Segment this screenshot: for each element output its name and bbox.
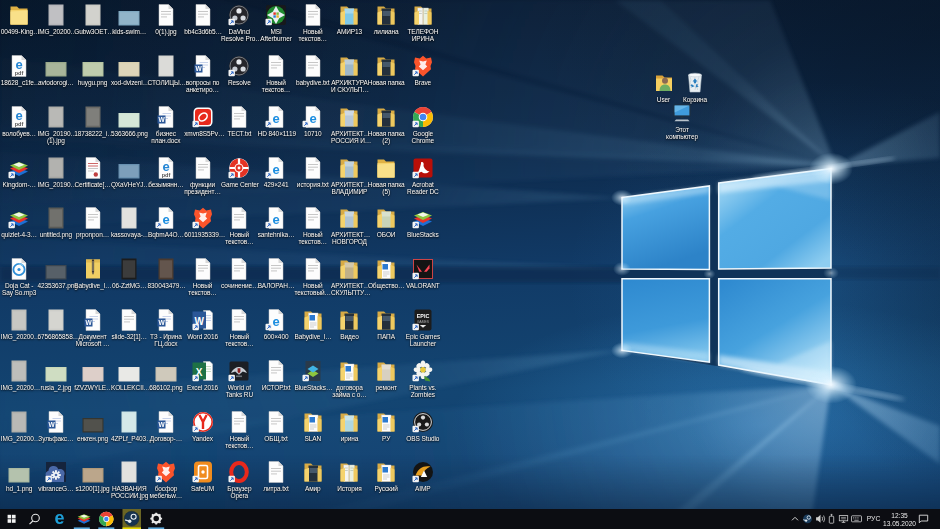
svg-text:РУС: РУС	[867, 515, 881, 522]
svg-text:e: e	[54, 509, 64, 528]
svg-text:12:35: 12:35	[891, 512, 908, 519]
svg-text:13.05.2020: 13.05.2020	[883, 520, 916, 527]
